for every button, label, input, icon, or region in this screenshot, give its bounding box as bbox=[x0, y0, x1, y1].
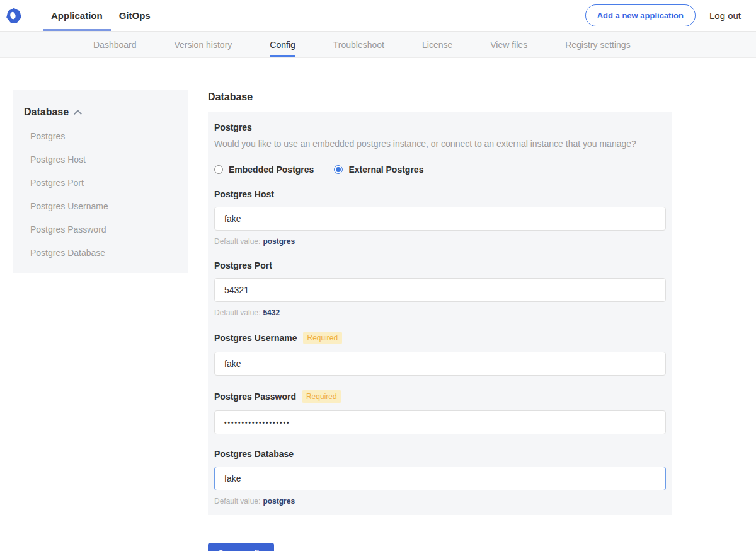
app-subnav: Dashboard Version history Config Trouble… bbox=[0, 32, 756, 58]
radio-external-postgres[interactable]: External Postgres bbox=[334, 165, 423, 175]
field-postgres-username: Postgres Username Required bbox=[214, 332, 666, 376]
logout-link[interactable]: Log out bbox=[709, 10, 741, 21]
required-badge: Required bbox=[302, 390, 341, 403]
config-main: Database Postgres Would you like to use … bbox=[208, 91, 672, 551]
postgres-password-input[interactable] bbox=[214, 410, 666, 434]
postgres-database-input[interactable] bbox=[214, 467, 666, 490]
sidebar-item-postgres-port[interactable]: Postgres Port bbox=[24, 178, 177, 188]
default-value-label: Default value: bbox=[214, 308, 260, 317]
postgres-host-default: Default value:postgres bbox=[214, 237, 666, 246]
header-actions: Add a new application Log out bbox=[585, 0, 756, 31]
save-config-button[interactable]: Save config bbox=[208, 543, 274, 551]
tab-application-label: Application bbox=[51, 10, 103, 21]
postgres-password-label: Postgres Password bbox=[214, 392, 296, 402]
database-config-panel: Postgres Would you like to use an embedd… bbox=[208, 112, 672, 515]
postgres-username-label: Postgres Username bbox=[214, 333, 297, 343]
sidebar-item-postgres[interactable]: Postgres bbox=[24, 131, 177, 141]
radio-embedded-postgres-label: Embedded Postgres bbox=[229, 165, 314, 175]
sidebar-group-database[interactable]: Database bbox=[24, 107, 177, 118]
tab-gitops-label: GitOps bbox=[119, 10, 151, 21]
radio-checked-icon[interactable] bbox=[334, 165, 343, 174]
postgres-mode-radio-group: Embedded Postgres External Postgres bbox=[214, 165, 666, 175]
field-postgres-password: Postgres Password Required bbox=[214, 390, 666, 434]
app-header: Application GitOps Add a new application… bbox=[0, 0, 756, 32]
postgres-port-label: Postgres Port bbox=[214, 260, 272, 270]
replicated-logo-icon bbox=[6, 8, 21, 23]
sidebar-item-postgres-host[interactable]: Postgres Host bbox=[24, 154, 177, 165]
radio-external-postgres-label: External Postgres bbox=[348, 165, 423, 175]
field-postgres-host: Postgres Host Default value:postgres bbox=[214, 189, 666, 246]
required-badge: Required bbox=[303, 332, 343, 344]
config-page: Database Postgres Postgres Host Postgres… bbox=[0, 58, 756, 550]
subnav-item-version-history[interactable]: Version history bbox=[175, 32, 232, 57]
default-value-text: 5432 bbox=[263, 308, 280, 317]
tab-gitops[interactable]: GitOps bbox=[111, 0, 159, 31]
sidebar-item-postgres-database[interactable]: Postgres Database bbox=[24, 248, 177, 258]
postgres-database-label: Postgres Database bbox=[214, 449, 294, 459]
sidebar-item-postgres-username[interactable]: Postgres Username bbox=[24, 201, 177, 211]
app-level-tabs: Application GitOps bbox=[43, 0, 159, 31]
subnav-item-troubleshoot[interactable]: Troubleshoot bbox=[333, 32, 384, 57]
default-value-text: postgres bbox=[263, 497, 295, 506]
field-postgres-port: Postgres Port Default value:5432 bbox=[214, 260, 666, 317]
radio-embedded-postgres[interactable]: Embedded Postgres bbox=[214, 165, 314, 175]
default-value-text: postgres bbox=[263, 237, 295, 246]
postgres-port-input[interactable] bbox=[214, 278, 666, 302]
postgres-port-default: Default value:5432 bbox=[214, 308, 666, 317]
postgres-help-text: Would you like to use an embedded postgr… bbox=[214, 139, 666, 149]
postgres-database-default: Default value:postgres bbox=[214, 497, 666, 506]
chevron-up-icon bbox=[74, 110, 82, 118]
app-logo[interactable] bbox=[0, 0, 30, 31]
default-value-label: Default value: bbox=[214, 237, 260, 246]
postgres-host-input[interactable] bbox=[214, 207, 666, 231]
postgres-username-input[interactable] bbox=[214, 352, 666, 376]
postgres-host-label: Postgres Host bbox=[214, 189, 274, 199]
default-value-label: Default value: bbox=[214, 497, 260, 506]
sidebar-group-label: Database bbox=[24, 107, 69, 118]
field-postgres-database: Postgres Database Default value:postgres bbox=[214, 449, 666, 506]
tab-application[interactable]: Application bbox=[43, 0, 111, 31]
subnav-item-config[interactable]: Config bbox=[270, 32, 295, 57]
add-application-button[interactable]: Add a new application bbox=[585, 4, 696, 26]
postgres-group-label: Postgres bbox=[214, 122, 666, 132]
radio-unchecked-icon[interactable] bbox=[214, 165, 223, 174]
sidebar-item-postgres-password[interactable]: Postgres Password bbox=[24, 224, 177, 235]
subnav-item-license[interactable]: License bbox=[422, 32, 452, 57]
subnav-item-view-files[interactable]: View files bbox=[490, 32, 527, 57]
config-sidebar: Database Postgres Postgres Host Postgres… bbox=[13, 90, 188, 273]
subnav-item-registry-settings[interactable]: Registry settings bbox=[565, 32, 630, 57]
subnav-item-dashboard[interactable]: Dashboard bbox=[93, 32, 137, 57]
page-title: Database bbox=[208, 91, 672, 103]
